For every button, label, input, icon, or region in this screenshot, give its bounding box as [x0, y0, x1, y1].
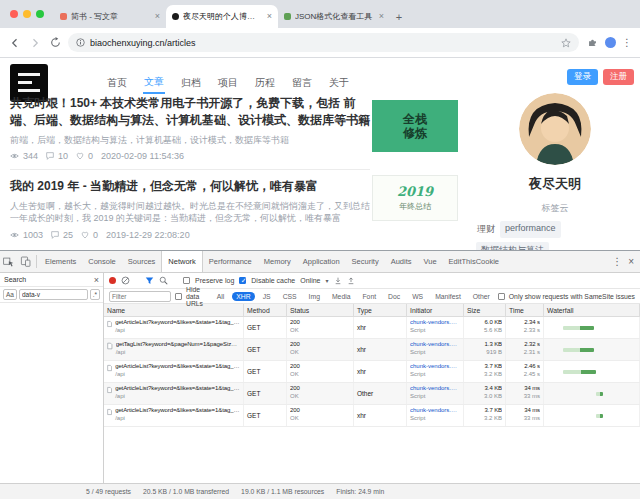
new-tab-button[interactable]: +: [390, 5, 408, 28]
search-close-icon[interactable]: ×: [94, 275, 99, 285]
network-request-row[interactable]: getArticleList?keyword=&likes=&state=1&t…: [104, 383, 640, 405]
filter-pill-doc[interactable]: Doc: [384, 292, 404, 301]
devtools-menu-icon[interactable]: ⋮: [612, 256, 622, 267]
browser-tab-jianshu[interactable]: 简书 - 写文章 ×: [54, 5, 166, 28]
tab-close-icon[interactable]: ×: [155, 12, 160, 21]
request-name-cell[interactable]: getArticleList?keyword=&likes=&state=1&t…: [104, 361, 244, 382]
nav-item-home[interactable]: 首页: [106, 73, 128, 93]
article-cover-image[interactable]: 全栈 修炼: [372, 100, 458, 152]
tag-chip[interactable]: 数据结构与算法: [476, 242, 549, 250]
nav-item-timeline[interactable]: 历程: [254, 73, 276, 93]
initiator-link[interactable]: chunk-vendors.47...: [410, 407, 460, 413]
bookmark-star-icon[interactable]: [561, 38, 571, 48]
column-header-type[interactable]: Type: [354, 304, 407, 316]
devtools-tab-elements[interactable]: Elements: [39, 251, 82, 272]
devtools-tab-performance[interactable]: Performance: [203, 251, 258, 272]
initiator-link[interactable]: chunk-vendors.47...: [410, 385, 460, 391]
request-name-cell[interactable]: getArticleList?keyword=&likes=&state=1&t…: [104, 405, 244, 426]
filter-pill-xhr[interactable]: XHR: [232, 292, 254, 301]
register-button[interactable]: 注册: [603, 69, 634, 85]
preserve-log-label[interactable]: Preserve log: [195, 277, 234, 284]
forward-button[interactable]: [28, 36, 42, 50]
devtools-tab-memory[interactable]: Memory: [258, 251, 297, 272]
nav-item-message[interactable]: 留言: [291, 73, 313, 93]
filter-pill-all[interactable]: All: [213, 292, 229, 301]
column-header-size[interactable]: Size: [464, 304, 506, 316]
extension-icon[interactable]: [585, 36, 599, 50]
inspect-element-icon[interactable]: [0, 251, 17, 272]
devtools-tab-sources[interactable]: Sources: [122, 251, 162, 272]
devtools-tab-audits[interactable]: Audits: [385, 251, 418, 272]
network-search-icon[interactable]: [159, 276, 168, 285]
column-header-waterfall[interactable]: Waterfall: [544, 304, 640, 316]
nav-item-articles[interactable]: 文章: [143, 72, 165, 94]
filter-pill-js[interactable]: JS: [259, 292, 275, 301]
reload-button[interactable]: [48, 36, 62, 50]
initiator-link[interactable]: chunk-vendors.47...: [410, 341, 460, 347]
network-request-row[interactable]: getArticleList?keyword=&likes=&state=1&t…: [104, 317, 640, 339]
column-header-method[interactable]: Method: [244, 304, 287, 316]
browser-tab-json-tool[interactable]: JSON格式化查看工具 ×: [278, 5, 390, 28]
devtools-tab-network[interactable]: Network: [161, 251, 203, 272]
export-har-icon[interactable]: [347, 277, 355, 285]
device-toolbar-icon[interactable]: [17, 251, 34, 272]
tag-chip[interactable]: 理财: [476, 221, 496, 238]
close-window-button[interactable]: [10, 10, 18, 18]
hide-data-urls-checkbox[interactable]: [175, 293, 182, 300]
request-name-cell[interactable]: getArticleList?keyword=&likes=&state=1&t…: [104, 383, 244, 404]
devtools-tab-console[interactable]: Console: [82, 251, 122, 272]
tag-chip[interactable]: performance: [500, 221, 561, 238]
disable-cache-label[interactable]: Disable cache: [251, 277, 295, 284]
record-network-log-button[interactable]: [109, 277, 116, 284]
devtools-tab-editthiscookie[interactable]: EditThisCookie: [443, 251, 505, 272]
nav-item-about[interactable]: 关于: [328, 73, 350, 93]
article-cover-image[interactable]: 2019 年终总结: [372, 175, 458, 221]
article-title[interactable]: 我的 2019 年 - 当勤精进，但念无常，何以解忧，唯有暴富: [10, 178, 370, 195]
column-header-time[interactable]: Time: [506, 304, 544, 316]
zoom-window-button[interactable]: [36, 10, 44, 18]
filter-pill-ws[interactable]: WS: [408, 292, 427, 301]
disable-cache-checkbox[interactable]: [239, 277, 246, 284]
filter-pill-other[interactable]: Other: [469, 292, 494, 301]
filter-pill-manifest[interactable]: Manifest: [431, 292, 465, 301]
clear-network-log-icon[interactable]: [121, 276, 130, 285]
throttling-dropdown[interactable]: Online: [300, 277, 320, 284]
tab-close-icon[interactable]: ×: [267, 12, 272, 21]
minimize-window-button[interactable]: [23, 10, 31, 18]
back-button[interactable]: [8, 36, 22, 50]
browser-menu-icon[interactable]: ⋮: [622, 37, 632, 48]
column-header-name[interactable]: Name: [104, 304, 244, 316]
address-bar[interactable]: biaochenxuying.cn/articles: [68, 33, 579, 52]
author-avatar[interactable]: [519, 93, 591, 165]
nav-item-projects[interactable]: 项目: [217, 73, 239, 93]
filter-pill-font[interactable]: Font: [358, 292, 380, 301]
devtools-close-icon[interactable]: ×: [628, 256, 634, 267]
network-request-row[interactable]: getArticleList?keyword=&likes=&state=1&t…: [104, 361, 640, 383]
login-button[interactable]: 登录: [567, 69, 598, 85]
request-name-cell[interactable]: getTagList?keyword=&pageNum=1&pageSize=1…: [104, 339, 244, 360]
devtools-tab-vue[interactable]: Vue: [418, 251, 443, 272]
filter-input[interactable]: [109, 291, 171, 302]
filter-pill-media[interactable]: Media: [328, 292, 355, 301]
devtools-tab-security[interactable]: Security: [346, 251, 385, 272]
import-har-icon[interactable]: [334, 277, 342, 285]
browser-tab-blog[interactable]: 夜尽天明的个人博客首页 ×: [166, 5, 278, 28]
request-name-cell[interactable]: getArticleList?keyword=&likes=&state=1&t…: [104, 317, 244, 338]
match-case-toggle[interactable]: Aa: [3, 289, 17, 300]
profile-avatar[interactable]: [605, 37, 616, 48]
nav-item-archive[interactable]: 归档: [180, 73, 202, 93]
regex-toggle[interactable]: .*: [90, 289, 100, 300]
network-request-row[interactable]: getTagList?keyword=&pageNum=1&pageSize=1…: [104, 339, 640, 361]
filter-pill-img[interactable]: Img: [305, 292, 324, 301]
search-input[interactable]: [19, 289, 88, 300]
devtools-tab-application[interactable]: Application: [297, 251, 346, 272]
preserve-log-checkbox[interactable]: [183, 277, 190, 284]
site-info-icon[interactable]: [76, 38, 85, 47]
samesite-checkbox[interactable]: [498, 293, 505, 300]
article-title[interactable]: 共克时艰！150+ 本技术类常用电子书开源了，免费下载，包括 前端、后端、数据结…: [10, 95, 370, 130]
samesite-label[interactable]: Only show requests with SameSite issues: [509, 293, 635, 300]
column-header-initiator[interactable]: Initiator: [407, 304, 464, 316]
network-request-row[interactable]: getArticleList?keyword=&likes=&state=1&t…: [104, 405, 640, 427]
initiator-link[interactable]: chunk-vendors.47...: [410, 319, 460, 325]
column-header-status[interactable]: Status: [287, 304, 354, 316]
